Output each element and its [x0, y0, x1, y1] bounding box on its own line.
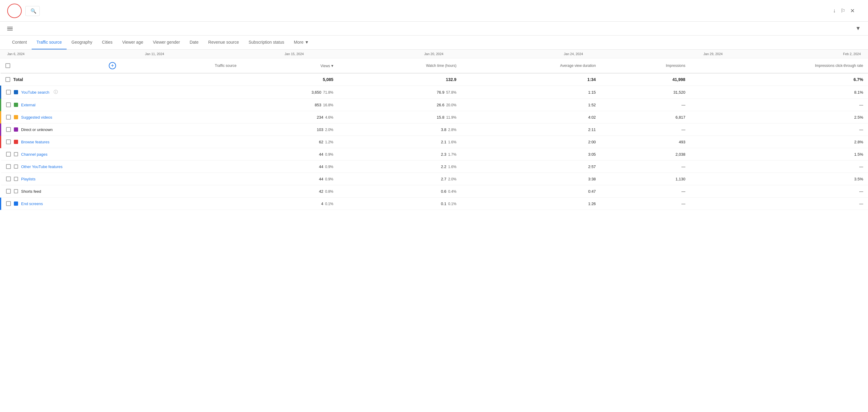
views-cell: 621.2% [241, 136, 338, 148]
watch-time-pct: 2.8% [448, 128, 456, 132]
watch-time-cell: 0.10.1% [338, 198, 461, 210]
table-row: End screens 40.1% 0.10.1% 1:26 — — [1, 198, 868, 210]
filter-left [7, 27, 15, 30]
download-icon[interactable]: ↓ [833, 7, 836, 14]
add-column-button[interactable]: + [109, 62, 116, 69]
table-row: Shorts feed 420.8% 0.60.4% 0:47 — — [1, 185, 868, 198]
row-checkbox[interactable] [6, 115, 11, 119]
tab-viewer-age[interactable]: Viewer age [117, 36, 148, 50]
tab-cities[interactable]: Cities [97, 36, 117, 50]
impressions-cell: — [601, 99, 690, 111]
source-link[interactable]: Suggested videos [21, 115, 52, 119]
source-cell: Direct or unknown [1, 124, 241, 136]
impressions-cell: — [601, 185, 690, 198]
select-all-checkbox[interactable] [5, 63, 10, 68]
table-row: Other YouTube features 440.9% 2.21.6% 2:… [1, 161, 868, 173]
row-checkbox[interactable] [6, 189, 11, 194]
ctr-cell: 8.1% [690, 86, 868, 99]
avg-duration-cell: 1:15 [461, 86, 600, 99]
views-pct: 71.8% [323, 90, 333, 95]
row-checkbox[interactable] [6, 152, 11, 157]
row-checkbox[interactable] [6, 102, 11, 107]
total-watch-time: 132.9 [338, 73, 461, 86]
ctr-cell: — [690, 161, 868, 173]
ctr-cell: 3.5% [690, 173, 868, 185]
tab-geography[interactable]: Geography [67, 36, 97, 50]
source-link[interactable]: External [21, 103, 36, 107]
impressions-cell: 1,130 [601, 173, 690, 185]
tab-subscription-status[interactable]: Subscription status [244, 36, 289, 50]
source-link[interactable]: Other YouTube features [21, 165, 63, 169]
views-cell: 3,65071.8% [241, 86, 338, 99]
watch-time-cell: 2.21.6% [338, 161, 461, 173]
source-cell: Other YouTube features [1, 161, 241, 173]
tab-more[interactable]: More ▼ [289, 36, 314, 50]
watch-time-cell: 15.811.9% [338, 111, 461, 124]
tab-content[interactable]: Content [7, 36, 32, 50]
row-checkbox[interactable] [6, 176, 11, 181]
row-checkbox[interactable] [6, 90, 11, 95]
header-right: ↓ ⚐ ✕ [833, 7, 861, 14]
source-link[interactable]: Playlists [21, 177, 36, 181]
views-pct: 0.8% [325, 190, 333, 194]
views-cell: 40.1% [241, 198, 338, 210]
row-checkbox[interactable] [6, 139, 11, 144]
total-source-cell: Total [1, 73, 241, 86]
tab-revenue-source[interactable]: Revenue source [204, 36, 244, 50]
source-link[interactable]: End screens [21, 202, 43, 206]
filter-icon[interactable] [7, 27, 13, 30]
tab-traffic-source[interactable]: Traffic source [32, 36, 67, 50]
views-cell: 440.9% [241, 148, 338, 161]
views-cell: 1032.0% [241, 124, 338, 136]
date-labels-row: Jan 6, 2024Jan 11, 2024Jan 15, 2024Jan 2… [0, 50, 868, 59]
source-link[interactable]: Channel pages [21, 152, 47, 157]
color-indicator [14, 127, 18, 132]
source-link[interactable]: Browse features [21, 140, 50, 144]
row-checkbox[interactable] [6, 201, 11, 206]
traffic-source-table: + Traffic source Views▾Watch time (hours… [0, 59, 868, 210]
total-ctr: 6.7% [690, 73, 868, 86]
watch-time-pct: 11.9% [446, 115, 456, 119]
info-icon[interactable]: ⓘ [54, 90, 58, 95]
avg-duration-cell: 4:02 [461, 111, 600, 124]
tab-date[interactable]: Date [185, 36, 204, 50]
total-avg-duration: 1:34 [461, 73, 600, 86]
date-label: Feb 2, 2024 [843, 52, 861, 56]
tab-viewer-gender[interactable]: Viewer gender [148, 36, 185, 50]
date-label: Jan 6, 2024 [7, 52, 25, 56]
views-cell: 440.9% [241, 161, 338, 173]
col-header-ctr: Impressions click-through rate [690, 59, 868, 73]
watch-time-cell: 0.60.4% [338, 185, 461, 198]
row-checkbox[interactable] [6, 127, 11, 132]
color-indicator [14, 202, 18, 206]
tabs-bar: ContentTraffic sourceGeographyCitiesView… [0, 36, 868, 50]
ctr-cell: — [690, 124, 868, 136]
impressions-cell: — [601, 124, 690, 136]
channel-name-box[interactable]: 🔍 [25, 6, 40, 16]
watch-time-cell: 26.620.0% [338, 99, 461, 111]
total-views: 5,085 [241, 73, 338, 86]
watch-time-pct: 2.0% [448, 177, 456, 181]
flag-icon[interactable]: ⚐ [841, 7, 845, 14]
color-indicator [14, 115, 18, 119]
total-checkbox[interactable] [5, 77, 10, 82]
date-range-selector[interactable]: ▼ [854, 25, 861, 32]
source-cell: Playlists [1, 173, 241, 185]
source-col-label: Traffic source [215, 64, 237, 68]
source-cell: External [1, 99, 241, 111]
date-label: Jan 24, 2024 [564, 52, 583, 56]
channel-info: 🔍 [25, 5, 40, 16]
row-checkbox[interactable] [6, 164, 11, 169]
search-icon[interactable]: 🔍 [30, 8, 36, 14]
source-name: Direct or unknown [21, 127, 53, 132]
close-icon[interactable]: ✕ [850, 7, 855, 14]
avg-duration-cell: 2:57 [461, 161, 600, 173]
avg-duration-cell: 0:47 [461, 185, 600, 198]
source-link[interactable]: YouTube search [21, 90, 50, 95]
date-dropdown-arrow[interactable]: ▼ [855, 25, 861, 32]
impressions-cell: 2,038 [601, 148, 690, 161]
date-label: Jan 15, 2024 [284, 52, 304, 56]
col-header-impressions: Impressions [601, 59, 690, 73]
avg-duration-cell: 3:05 [461, 148, 600, 161]
sort-icon[interactable]: ▾ [331, 63, 333, 68]
